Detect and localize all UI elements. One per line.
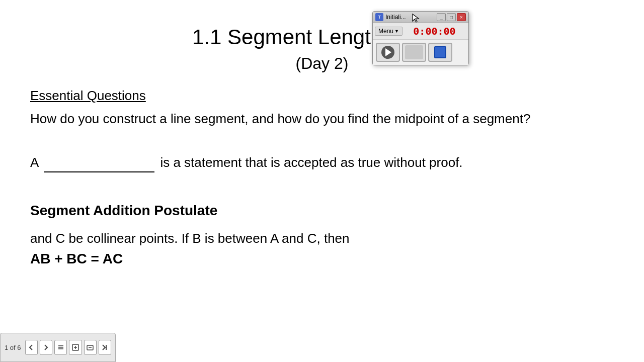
fill-blank-line	[44, 171, 154, 172]
timer-title: Initiali...	[385, 14, 435, 21]
timer-menu-button[interactable]: Menu ▼	[375, 27, 403, 36]
timer-titlebar: T Initiali... _ □ ×	[373, 12, 468, 23]
expand-button[interactable]	[84, 340, 97, 355]
svg-rect-0	[58, 345, 63, 346]
essential-questions-heading: Essential Questions	[30, 88, 614, 104]
timer-window-controls: _ □ ×	[437, 13, 466, 21]
timer-stop-button[interactable]	[402, 43, 426, 62]
menu-button[interactable]	[54, 340, 67, 355]
collinear-text-content: and C be collinear points. If B is betwe…	[30, 231, 350, 246]
svg-rect-2	[58, 348, 63, 349]
blue-square-icon	[434, 46, 446, 58]
play-triangle-icon	[385, 48, 391, 56]
slide-counter: 1 of 6	[5, 344, 21, 351]
fill-blank-section: A is a statement that is accepted as tru…	[30, 153, 614, 172]
main-content: 1.1 Segment Length andnts (Day 2) Essent…	[0, 0, 644, 362]
svg-rect-1	[58, 347, 63, 348]
timer-play-button[interactable]	[376, 43, 400, 62]
timer-controls	[373, 40, 468, 65]
next-slide-button[interactable]	[40, 340, 52, 355]
segment-addition-heading: Segment Addition Postulate	[30, 203, 614, 219]
page-title: 1.1 Segment Length andnts	[30, 25, 614, 49]
timer-window: T Initiali... _ □ × Menu ▼ 0:00:00	[372, 11, 469, 65]
timer-display: 0:00:00	[403, 24, 466, 38]
timer-reset-button[interactable]	[428, 43, 452, 62]
timer-restore-button[interactable]: □	[447, 13, 456, 21]
stop-inner	[409, 48, 420, 57]
bottom-toolbar: 1 of 6	[0, 333, 116, 362]
forward-button[interactable]	[99, 340, 111, 355]
stop-icon	[405, 45, 423, 59]
timer-app-icon: T	[375, 13, 383, 21]
formula-text: AB + BC = AC	[30, 251, 614, 267]
fill-blank-suffix: is a statement that is accepted as true …	[160, 155, 462, 170]
play-circle-icon	[381, 46, 394, 59]
menu-dropdown-arrow: ▼	[394, 29, 399, 34]
fill-blank-prefix: A	[30, 155, 42, 170]
page-subtitle: (Day 2)	[30, 54, 614, 73]
prev-slide-button[interactable]	[25, 340, 38, 355]
fit-button[interactable]	[69, 340, 82, 355]
timer-close-button[interactable]: ×	[457, 13, 466, 21]
essential-questions-text: How do you construct a line segment, and…	[30, 110, 614, 128]
timer-minimize-button[interactable]: _	[437, 13, 446, 21]
collinear-text: and C be collinear points. If B is betwe…	[30, 229, 614, 248]
